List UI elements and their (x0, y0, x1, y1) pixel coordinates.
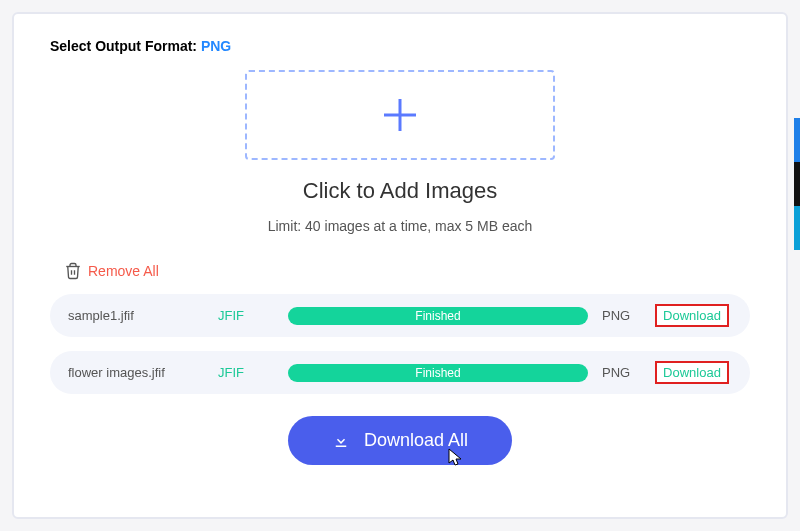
remove-all-label: Remove All (88, 263, 159, 279)
progress-bar: Finished (288, 307, 588, 325)
download-all-button[interactable]: Download All (288, 416, 512, 465)
progress-bar: Finished (288, 364, 588, 382)
remove-all-button[interactable]: Remove All (64, 262, 159, 280)
file-source-format: JFIF (218, 308, 278, 323)
progress-status: Finished (415, 309, 460, 323)
file-name: flower images.jfif (68, 365, 218, 380)
progress-status: Finished (415, 366, 460, 380)
trash-icon (64, 262, 82, 280)
format-header: Select Output Format: PNG (50, 38, 750, 54)
file-name: sample1.jfif (68, 308, 218, 323)
file-source-format: JFIF (218, 365, 278, 380)
converter-panel: Select Output Format: PNG Click to Add I… (12, 12, 788, 519)
side-tab[interactable] (794, 118, 800, 162)
dropzone[interactable] (245, 70, 555, 160)
format-selector[interactable]: PNG (201, 38, 231, 54)
limit-label: Limit: 40 images at a time, max 5 MB eac… (50, 218, 750, 234)
file-row: sample1.jfif JFIF Finished PNG Download (50, 294, 750, 337)
download-all-label: Download All (364, 430, 468, 451)
side-tab[interactable] (794, 162, 800, 206)
file-row: flower images.jfif JFIF Finished PNG Dow… (50, 351, 750, 394)
format-label: Select Output Format: (50, 38, 197, 54)
download-icon (332, 432, 350, 450)
side-tab[interactable] (794, 206, 800, 250)
download-button[interactable]: Download (655, 361, 729, 384)
download-button[interactable]: Download (655, 304, 729, 327)
side-tabs (794, 118, 800, 250)
file-target-format: PNG (602, 308, 652, 323)
plus-icon (380, 95, 420, 135)
svg-rect-2 (336, 445, 347, 447)
file-target-format: PNG (602, 365, 652, 380)
add-images-label: Click to Add Images (50, 178, 750, 204)
